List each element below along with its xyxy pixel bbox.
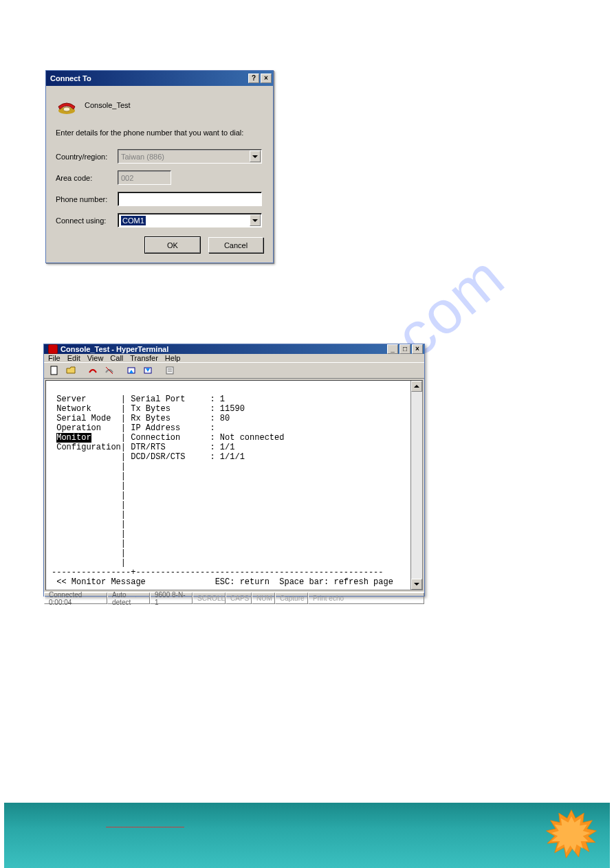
status-settings: 9600 8-N-1 (150, 592, 193, 604)
ht-titlebar[interactable]: Console_Test - HyperTerminal _ □ × (44, 344, 424, 354)
menu-edit[interactable]: Edit (67, 354, 80, 362)
status-detect: Auto detect (107, 592, 150, 604)
call-icon[interactable] (85, 364, 100, 377)
phone-number-input[interactable] (118, 192, 262, 206)
ok-button[interactable]: OK (145, 237, 200, 253)
ht-title: Console_Test - HyperTerminal (61, 345, 386, 353)
close-button[interactable]: × (261, 74, 272, 83)
country-region-dropdown: Taiwan (886) (118, 149, 262, 164)
svg-point-1 (63, 107, 70, 111)
toolbar (44, 362, 424, 379)
instruction-text: Enter details for the phone number that … (56, 129, 263, 137)
status-num: NUM (252, 592, 275, 604)
connect-to-dialog: Connect To ? × Console_Test Enter detail… (45, 70, 274, 263)
disconnect-icon[interactable] (102, 364, 117, 377)
dropdown-arrow-icon (250, 151, 261, 162)
menu-call[interactable]: Call (110, 354, 123, 362)
connection-name: Console_Test (85, 101, 131, 109)
hyperterminal-window: Console_Test - HyperTerminal _ □ × File … (43, 344, 425, 597)
cancel-button[interactable]: Cancel (208, 237, 263, 253)
help-button[interactable]: ? (248, 74, 259, 83)
open-icon[interactable] (63, 364, 78, 377)
new-icon[interactable] (47, 364, 62, 377)
menu-file[interactable]: File (48, 354, 61, 362)
country-label: Country/region: (56, 153, 118, 161)
terminal-output[interactable]: Server | Serial Port : 1 Network | Tx By… (46, 381, 410, 590)
footer-link[interactable] (106, 816, 184, 827)
connect-using-value: COM1 (121, 216, 146, 225)
maximize-button[interactable]: □ (399, 344, 410, 354)
ht-app-icon (48, 344, 58, 354)
receive-icon[interactable] (140, 364, 155, 377)
page-footer (4, 803, 610, 868)
scroll-up-button[interactable] (411, 381, 422, 392)
svg-rect-2 (51, 366, 57, 375)
send-icon[interactable] (124, 364, 139, 377)
connect-using-label: Connect using: (56, 216, 118, 225)
scroll-down-button[interactable] (411, 579, 422, 590)
scroll-track[interactable] (411, 392, 422, 579)
country-value: Taiwan (886) (121, 153, 164, 161)
ok-label: OK (167, 241, 178, 249)
status-scroll: SCROLL (193, 592, 226, 604)
status-bar: Connected 0:00:04 Auto detect 9600 8-N-1… (44, 592, 424, 604)
vertical-scrollbar[interactable] (410, 381, 422, 590)
area-code-input: 002 (118, 170, 171, 185)
status-printecho: Print echo (308, 592, 424, 604)
dialog-titlebar[interactable]: Connect To ? × (46, 71, 273, 86)
menu-help[interactable]: Help (165, 354, 181, 362)
dialog-title: Connect To (50, 74, 247, 82)
phone-icon (56, 94, 78, 116)
area-code-value: 002 (121, 174, 133, 182)
close-button[interactable]: × (412, 344, 423, 354)
cancel-label: Cancel (224, 241, 248, 249)
svg-rect-6 (166, 367, 173, 374)
menu-bar: File Edit View Call Transfer Help (44, 354, 424, 362)
properties-icon[interactable] (162, 364, 177, 377)
burst-badge-icon[interactable] (545, 809, 597, 861)
status-connected: Connected 0:00:04 (44, 592, 107, 604)
menu-transfer[interactable]: Transfer (130, 354, 158, 362)
status-capture: Capture (275, 592, 308, 604)
phone-number-label: Phone number: (56, 195, 118, 203)
connect-using-dropdown[interactable]: COM1 (118, 213, 262, 227)
area-code-label: Area code: (56, 174, 118, 182)
menu-view[interactable]: View (87, 354, 104, 362)
dropdown-arrow-icon[interactable] (250, 214, 261, 226)
status-caps: CAPS (226, 592, 252, 604)
minimize-button[interactable]: _ (387, 344, 398, 354)
